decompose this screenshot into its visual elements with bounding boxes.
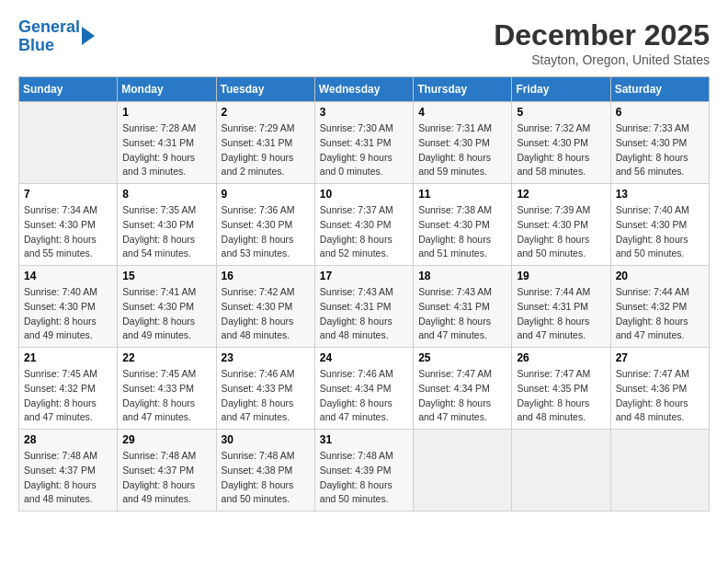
calendar-cell: 9 Sunrise: 7:36 AM Sunset: 4:30 PM Dayli… bbox=[216, 184, 314, 266]
day-info: Sunrise: 7:37 AM Sunset: 4:30 PM Dayligh… bbox=[320, 203, 408, 261]
calendar-cell: 10 Sunrise: 7:37 AM Sunset: 4:30 PM Dayl… bbox=[314, 184, 413, 266]
day-info: Sunrise: 7:40 AM Sunset: 4:30 PM Dayligh… bbox=[24, 285, 112, 343]
calendar-cell: 27 Sunrise: 7:47 AM Sunset: 4:36 PM Dayl… bbox=[610, 348, 709, 430]
day-info: Sunrise: 7:48 AM Sunset: 4:39 PM Dayligh… bbox=[320, 449, 408, 507]
day-info: Sunrise: 7:29 AM Sunset: 4:31 PM Dayligh… bbox=[222, 121, 310, 179]
calendar-cell: 11 Sunrise: 7:38 AM Sunset: 4:30 PM Dayl… bbox=[414, 184, 512, 266]
weekday-header: Monday bbox=[118, 77, 216, 102]
day-info: Sunrise: 7:44 AM Sunset: 4:32 PM Dayligh… bbox=[616, 285, 704, 343]
day-info: Sunrise: 7:33 AM Sunset: 4:30 PM Dayligh… bbox=[616, 121, 704, 179]
day-info: Sunrise: 7:41 AM Sunset: 4:30 PM Dayligh… bbox=[122, 285, 210, 343]
day-info: Sunrise: 7:43 AM Sunset: 4:31 PM Dayligh… bbox=[320, 285, 408, 343]
calendar-week-row: 14 Sunrise: 7:40 AM Sunset: 4:30 PM Dayl… bbox=[19, 266, 710, 348]
day-number: 5 bbox=[517, 106, 605, 119]
day-info: Sunrise: 7:45 AM Sunset: 4:32 PM Dayligh… bbox=[24, 367, 112, 425]
day-number: 3 bbox=[320, 106, 408, 119]
day-number: 31 bbox=[320, 433, 408, 446]
title-block: December 2025 Stayton, Oregon, United St… bbox=[494, 18, 710, 67]
calendar-cell: 14 Sunrise: 7:40 AM Sunset: 4:30 PM Dayl… bbox=[19, 266, 118, 348]
day-info: Sunrise: 7:47 AM Sunset: 4:36 PM Dayligh… bbox=[616, 367, 704, 425]
day-number: 18 bbox=[418, 270, 506, 282]
day-info: Sunrise: 7:40 AM Sunset: 4:30 PM Dayligh… bbox=[616, 203, 704, 261]
weekday-header: Wednesday bbox=[314, 77, 413, 102]
calendar-cell: 30 Sunrise: 7:48 AM Sunset: 4:38 PM Dayl… bbox=[216, 430, 314, 511]
day-info: Sunrise: 7:39 AM Sunset: 4:30 PM Dayligh… bbox=[517, 203, 605, 261]
day-number: 14 bbox=[24, 270, 112, 282]
day-info: Sunrise: 7:48 AM Sunset: 4:37 PM Dayligh… bbox=[24, 449, 112, 507]
weekday-header: Tuesday bbox=[216, 77, 314, 102]
calendar-cell bbox=[512, 430, 610, 511]
day-info: Sunrise: 7:46 AM Sunset: 4:34 PM Dayligh… bbox=[320, 367, 408, 425]
day-info: Sunrise: 7:45 AM Sunset: 4:33 PM Dayligh… bbox=[122, 367, 210, 425]
logo-text: GeneralBlue bbox=[18, 18, 80, 55]
day-number: 9 bbox=[222, 188, 310, 201]
calendar-cell: 20 Sunrise: 7:44 AM Sunset: 4:32 PM Dayl… bbox=[610, 266, 709, 348]
calendar-cell: 5 Sunrise: 7:32 AM Sunset: 4:30 PM Dayli… bbox=[512, 102, 610, 184]
day-number: 19 bbox=[517, 270, 605, 282]
calendar-cell: 29 Sunrise: 7:48 AM Sunset: 4:37 PM Dayl… bbox=[118, 430, 216, 511]
calendar-week-row: 1 Sunrise: 7:28 AM Sunset: 4:31 PM Dayli… bbox=[19, 102, 710, 184]
day-number: 8 bbox=[122, 188, 210, 201]
day-number: 30 bbox=[222, 433, 310, 446]
calendar-cell: 21 Sunrise: 7:45 AM Sunset: 4:32 PM Dayl… bbox=[19, 348, 118, 430]
calendar-cell bbox=[414, 430, 512, 511]
calendar-cell bbox=[610, 430, 709, 511]
day-info: Sunrise: 7:38 AM Sunset: 4:30 PM Dayligh… bbox=[418, 203, 506, 261]
calendar-cell: 19 Sunrise: 7:44 AM Sunset: 4:31 PM Dayl… bbox=[512, 266, 610, 348]
location: Stayton, Oregon, United States bbox=[494, 52, 710, 67]
calendar-cell: 2 Sunrise: 7:29 AM Sunset: 4:31 PM Dayli… bbox=[216, 102, 314, 184]
day-number: 23 bbox=[222, 351, 310, 364]
day-number: 28 bbox=[24, 433, 112, 446]
day-info: Sunrise: 7:32 AM Sunset: 4:30 PM Dayligh… bbox=[517, 121, 605, 179]
weekday-header: Sunday bbox=[19, 77, 118, 102]
day-number: 16 bbox=[222, 270, 310, 282]
weekday-header: Friday bbox=[512, 77, 610, 102]
day-number: 24 bbox=[320, 351, 408, 364]
day-number: 12 bbox=[517, 188, 605, 201]
month-title: December 2025 bbox=[494, 18, 710, 52]
day-info: Sunrise: 7:42 AM Sunset: 4:30 PM Dayligh… bbox=[222, 285, 310, 343]
day-number: 7 bbox=[24, 188, 112, 201]
day-number: 21 bbox=[24, 351, 112, 364]
calendar-cell: 7 Sunrise: 7:34 AM Sunset: 4:30 PM Dayli… bbox=[19, 184, 118, 266]
page-header: GeneralBlue December 2025 Stayton, Orego… bbox=[18, 18, 710, 67]
calendar-cell: 15 Sunrise: 7:41 AM Sunset: 4:30 PM Dayl… bbox=[118, 266, 216, 348]
day-number: 25 bbox=[418, 351, 506, 364]
logo: GeneralBlue bbox=[18, 18, 95, 55]
calendar-cell: 23 Sunrise: 7:46 AM Sunset: 4:33 PM Dayl… bbox=[216, 348, 314, 430]
day-info: Sunrise: 7:31 AM Sunset: 4:30 PM Dayligh… bbox=[418, 121, 506, 179]
day-info: Sunrise: 7:36 AM Sunset: 4:30 PM Dayligh… bbox=[222, 203, 310, 261]
day-number: 20 bbox=[616, 270, 704, 282]
calendar-cell: 3 Sunrise: 7:30 AM Sunset: 4:31 PM Dayli… bbox=[314, 102, 413, 184]
calendar-week-row: 21 Sunrise: 7:45 AM Sunset: 4:32 PM Dayl… bbox=[19, 348, 710, 430]
day-info: Sunrise: 7:48 AM Sunset: 4:37 PM Dayligh… bbox=[122, 449, 210, 507]
logo-arrow-icon bbox=[82, 27, 95, 45]
calendar-cell: 26 Sunrise: 7:47 AM Sunset: 4:35 PM Dayl… bbox=[512, 348, 610, 430]
day-number: 10 bbox=[320, 188, 408, 201]
calendar-cell: 13 Sunrise: 7:40 AM Sunset: 4:30 PM Dayl… bbox=[610, 184, 709, 266]
day-info: Sunrise: 7:44 AM Sunset: 4:31 PM Dayligh… bbox=[517, 285, 605, 343]
calendar-cell bbox=[19, 102, 118, 184]
calendar-cell: 31 Sunrise: 7:48 AM Sunset: 4:39 PM Dayl… bbox=[314, 430, 413, 511]
day-number: 26 bbox=[517, 351, 605, 364]
day-number: 29 bbox=[122, 433, 210, 446]
day-number: 1 bbox=[122, 106, 210, 119]
weekday-header: Saturday bbox=[610, 77, 709, 102]
day-number: 22 bbox=[122, 351, 210, 364]
day-number: 17 bbox=[320, 270, 408, 282]
calendar-week-row: 28 Sunrise: 7:48 AM Sunset: 4:37 PM Dayl… bbox=[19, 430, 710, 511]
calendar-cell: 6 Sunrise: 7:33 AM Sunset: 4:30 PM Dayli… bbox=[610, 102, 709, 184]
day-number: 4 bbox=[418, 106, 506, 119]
calendar-cell: 12 Sunrise: 7:39 AM Sunset: 4:30 PM Dayl… bbox=[512, 184, 610, 266]
day-number: 11 bbox=[418, 188, 506, 201]
calendar-cell: 17 Sunrise: 7:43 AM Sunset: 4:31 PM Dayl… bbox=[314, 266, 413, 348]
calendar-cell: 16 Sunrise: 7:42 AM Sunset: 4:30 PM Dayl… bbox=[216, 266, 314, 348]
calendar-cell: 1 Sunrise: 7:28 AM Sunset: 4:31 PM Dayli… bbox=[118, 102, 216, 184]
day-info: Sunrise: 7:35 AM Sunset: 4:30 PM Dayligh… bbox=[122, 203, 210, 261]
calendar-cell: 22 Sunrise: 7:45 AM Sunset: 4:33 PM Dayl… bbox=[118, 348, 216, 430]
day-info: Sunrise: 7:47 AM Sunset: 4:35 PM Dayligh… bbox=[517, 367, 605, 425]
calendar-cell: 8 Sunrise: 7:35 AM Sunset: 4:30 PM Dayli… bbox=[118, 184, 216, 266]
calendar-cell: 25 Sunrise: 7:47 AM Sunset: 4:34 PM Dayl… bbox=[414, 348, 512, 430]
weekday-header: Thursday bbox=[414, 77, 512, 102]
day-number: 15 bbox=[122, 270, 210, 282]
